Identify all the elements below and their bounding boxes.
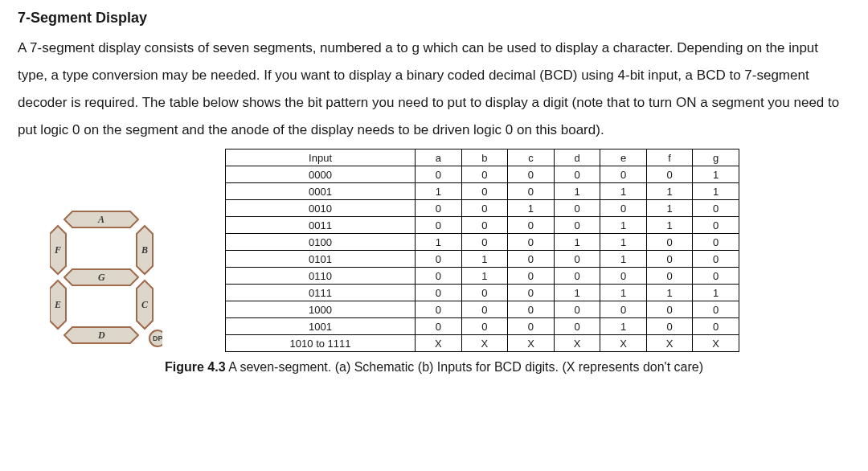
cell-value: 1 [600, 251, 647, 268]
table-row: 00110000110 [226, 217, 739, 234]
cell-value: 0 [416, 217, 462, 234]
table-row: 01001001100 [226, 234, 739, 251]
cell-value: 0 [508, 285, 555, 301]
cell-value: 0 [416, 200, 462, 217]
schematic-figure: A F B G E C [18, 149, 194, 350]
cell-value: 0 [554, 301, 600, 318]
cell-input: 0011 [226, 217, 416, 234]
seg-dp-label: DP [153, 334, 162, 342]
cell-value: 1 [554, 285, 600, 301]
cell-value: 1 [600, 285, 647, 301]
cell-value: 1 [461, 268, 508, 285]
seg-g-label: G [98, 272, 105, 283]
seg-d-label: D [97, 330, 105, 341]
cell-value: 0 [600, 166, 647, 183]
table-row: 00011001111 [226, 183, 739, 200]
cell-input: 0111 [226, 285, 416, 301]
cell-value: 1 [461, 251, 508, 268]
cell-value: 0 [508, 183, 555, 200]
table-row: 10000000000 [226, 301, 739, 318]
cell-value: 0 [461, 234, 508, 251]
document-page: 7-Segment Display A 7-segment display co… [0, 0, 868, 386]
cell-value: 0 [508, 301, 555, 318]
cell-value: 0 [554, 200, 600, 217]
cell-value: 0 [508, 251, 555, 268]
table-row: 01100100000 [226, 268, 739, 285]
cell-value: 0 [416, 301, 462, 318]
cell-value: 0 [646, 301, 693, 318]
th-seg-a: a [416, 149, 462, 166]
cell-value: 1 [600, 318, 647, 335]
cell-input: 0101 [226, 251, 416, 268]
cell-value: 0 [508, 166, 555, 183]
cell-value: 0 [416, 285, 462, 301]
cell-value: 0 [646, 234, 693, 251]
cell-value: 0 [508, 318, 555, 335]
cell-value: 0 [646, 318, 693, 335]
cell-value: 1 [693, 166, 739, 183]
cell-value: 0 [693, 251, 739, 268]
cell-value: 1 [508, 200, 555, 217]
cell-input: 1001 [226, 318, 416, 335]
th-seg-g: g [693, 149, 739, 166]
cell-value: 0 [693, 301, 739, 318]
table-row: 01010100100 [226, 251, 739, 268]
cell-value: 0 [600, 301, 647, 318]
cell-value: 0 [461, 318, 508, 335]
seg-b-label: B [141, 244, 148, 256]
cell-input: 0010 [226, 200, 416, 217]
cell-value: 0 [461, 217, 508, 234]
cell-value: 1 [693, 183, 739, 200]
cell-value: 0 [461, 183, 508, 200]
th-seg-f: f [646, 149, 693, 166]
cell-value: 0 [646, 166, 693, 183]
cell-input: 0110 [226, 268, 416, 285]
cell-value: 1 [416, 234, 462, 251]
cell-value: 0 [508, 234, 555, 251]
cell-value: 0 [461, 285, 508, 301]
seg-a-label: A [97, 214, 104, 225]
cell-value: 0 [693, 200, 739, 217]
seven-segment-svg: A F B G E C [50, 205, 162, 350]
cell-value: 0 [646, 268, 693, 285]
cell-value: X [600, 335, 647, 352]
seg-e-label: E [54, 299, 61, 310]
truth-table-body: 0000000000100011001111001000100100011000… [226, 166, 739, 352]
cell-value: 1 [600, 217, 647, 234]
caption-label: Figure 4.3 [165, 360, 226, 374]
cell-value: 0 [416, 251, 462, 268]
table-header-row: Inputabcdefg [226, 149, 739, 166]
cell-value: 1 [600, 183, 647, 200]
cell-value: 0 [416, 166, 462, 183]
cell-input: 0000 [226, 166, 416, 183]
cell-value: 0 [554, 217, 600, 234]
cell-value: 0 [554, 268, 600, 285]
table-row: 01110001111 [226, 285, 739, 301]
cell-value: X [646, 335, 693, 352]
th-seg-b: b [461, 149, 508, 166]
cell-value: 0 [554, 318, 600, 335]
section-heading: 7-Segment Display [18, 10, 850, 27]
caption-text: A seven-segment. (a) Schematic (b) Input… [226, 360, 703, 374]
table-row: 00000000001 [226, 166, 739, 183]
cell-value: 0 [693, 318, 739, 335]
cell-value: 0 [600, 200, 647, 217]
cell-value: 1 [646, 217, 693, 234]
cell-input: 1010 to 1111 [226, 335, 416, 352]
cell-value: 1 [554, 183, 600, 200]
figure-row: A F B G E C [18, 149, 850, 352]
truth-table-wrap: Inputabcdefg 000000000010001100111100100… [225, 149, 850, 352]
cell-value: 1 [416, 183, 462, 200]
th-seg-e: e [600, 149, 647, 166]
figure-caption: Figure 4.3 A seven-segment. (a) Schemati… [18, 360, 850, 375]
seg-f-label: F [54, 244, 61, 256]
cell-value: 0 [461, 301, 508, 318]
cell-value: 0 [693, 234, 739, 251]
cell-value: X [693, 335, 739, 352]
cell-input: 0001 [226, 183, 416, 200]
cell-value: 0 [554, 166, 600, 183]
cell-value: 1 [646, 285, 693, 301]
cell-value: 0 [554, 251, 600, 268]
section-paragraph: A 7-segment display consists of seven se… [18, 35, 850, 144]
cell-value: 0 [693, 217, 739, 234]
